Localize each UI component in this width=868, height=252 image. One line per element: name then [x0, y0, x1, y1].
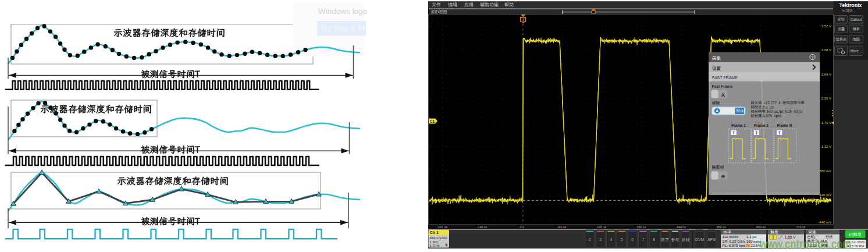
svg-text:3.52 V: 3.52 V [821, 24, 831, 28]
svg-text:More...: More... [851, 49, 862, 53]
svg-text:T: T [778, 131, 781, 135]
svg-text:0 s: 0 s [520, 225, 524, 229]
svg-text:220 ns: 220 ns [597, 225, 606, 229]
svg-text:SR: 6.25 GS/s: SR: 6.25 GS/s [723, 239, 746, 243]
svg-text:4: 4 [610, 237, 612, 242]
svg-text:110 ns/div: 110 ns/div [723, 235, 739, 239]
svg-text:2.20 V: 2.20 V [821, 97, 831, 100]
svg-text:T: T [522, 18, 525, 22]
svg-text:DVM: DVM [695, 237, 704, 242]
svg-text:1.1 µs: 1.1 µs [746, 235, 756, 239]
svg-text:330 ns: 330 ns [637, 225, 646, 229]
svg-text:6: 6 [631, 237, 634, 242]
svg-text:1 GHz: 1 GHz [430, 244, 440, 247]
svg-text:1.76 V: 1.76 V [821, 121, 831, 125]
svg-text:FAST FRAME: FAST FRAME [712, 76, 738, 80]
svg-text:C1: C1 [430, 119, 435, 123]
svg-text:3: 3 [599, 237, 602, 242]
svg-text:AFG: AFG [707, 237, 716, 242]
svg-text:!: ! [748, 244, 748, 247]
svg-text:-220 ns: -220 ns [437, 225, 447, 229]
svg-text:2: 2 [589, 237, 591, 242]
svg-text:?: ? [812, 55, 814, 59]
svg-text:T: T [732, 131, 735, 135]
svg-text:-110 ns: -110 ns [477, 225, 488, 229]
svg-text:440 mV/div: 440 mV/div [430, 236, 447, 240]
svg-text:50 k: 50 k [736, 109, 744, 113]
svg-text:Callout: Callout [851, 17, 862, 22]
svg-text:3.08 V: 3.08 V [821, 48, 831, 52]
svg-text:A: A [716, 109, 718, 113]
svg-text:660 ns: 660 ns [756, 225, 766, 229]
svg-text:Windows logo: Windows logo [318, 7, 367, 16]
svg-text:7: 7 [642, 237, 644, 242]
svg-text:Tektronix: Tektronix [839, 2, 862, 8]
svg-text:440 mV: 440 mV [819, 193, 831, 197]
svg-text:T: T [755, 131, 757, 135]
svg-text:770 ns: 770 ns [796, 225, 806, 229]
svg-text:www.cntronics.com: www.cntronics.com [759, 237, 851, 251]
svg-text:8: 8 [653, 237, 655, 242]
svg-text:5: 5 [621, 237, 623, 242]
svg-text:Frame 1: Frame 1 [731, 123, 746, 127]
svg-text:2.64 V: 2.64 V [821, 73, 831, 76]
svg-text:Ch 1: Ch 1 [430, 230, 439, 235]
svg-text:Fast Frame: Fast Frame [712, 84, 733, 88]
svg-text:1 MΩ: 1 MΩ [430, 240, 439, 244]
svg-text:160 ps/pt: 160 ps/pt [746, 239, 762, 243]
svg-text:RL: 6.875 kpts: RL: 6.875 kpts [723, 243, 746, 247]
svg-text:1.32 V: 1.32 V [821, 145, 831, 148]
svg-text:550 ns: 550 ns [717, 225, 726, 229]
svg-text:110 ns: 110 ns [557, 225, 567, 229]
svg-text:440 ns: 440 ns [677, 225, 686, 229]
svg-text:Try Snip & Sk: Try Snip & Sk [321, 24, 367, 33]
svg-text:880 mV: 880 mV [819, 169, 831, 173]
svg-text:Frame 2: Frame 2 [754, 123, 769, 127]
svg-text:Frame N: Frame N [777, 123, 792, 127]
svg-text:-440 mV: -440 mV [818, 221, 831, 224]
